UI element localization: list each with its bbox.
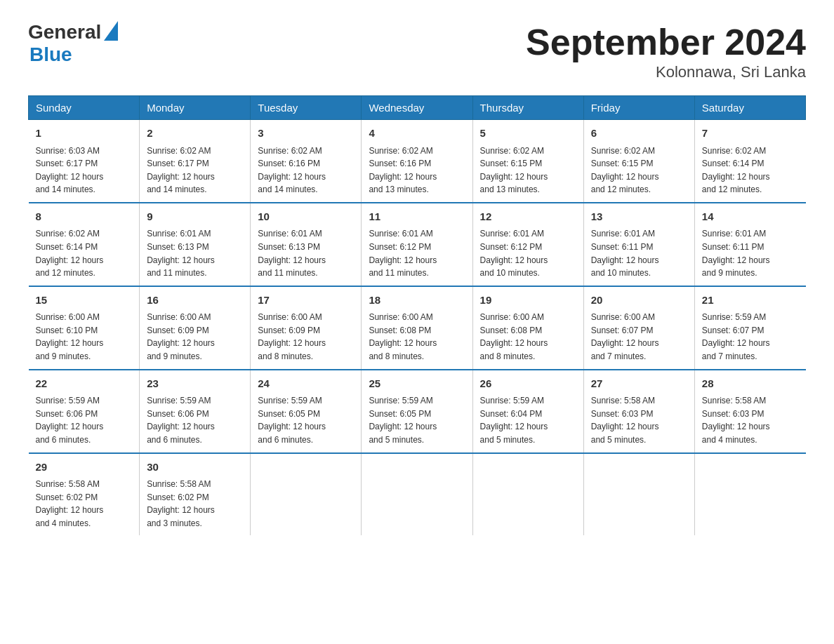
cell-info: Sunrise: 6:02 AMSunset: 6:14 PMDaylight:… bbox=[36, 227, 133, 279]
day-number: 25 bbox=[369, 376, 465, 392]
calendar-cell: 7Sunrise: 6:02 AMSunset: 6:14 PMDaylight… bbox=[694, 120, 805, 203]
logo: General Blue bbox=[28, 21, 118, 66]
day-number: 27 bbox=[591, 376, 687, 392]
header-thursday: Thursday bbox=[472, 96, 583, 120]
cell-info: Sunrise: 6:00 AMSunset: 6:08 PMDaylight:… bbox=[369, 311, 465, 363]
cell-info: Sunrise: 6:00 AMSunset: 6:09 PMDaylight:… bbox=[258, 311, 354, 363]
calendar-cell: 18Sunrise: 6:00 AMSunset: 6:08 PMDayligh… bbox=[362, 286, 472, 370]
calendar-cell: 26Sunrise: 5:59 AMSunset: 6:04 PMDayligh… bbox=[472, 370, 583, 453]
day-number: 18 bbox=[369, 293, 465, 309]
day-number: 3 bbox=[258, 126, 354, 142]
calendar-cell: 20Sunrise: 6:00 AMSunset: 6:07 PMDayligh… bbox=[583, 286, 694, 370]
header-monday: Monday bbox=[140, 96, 251, 120]
day-number: 5 bbox=[480, 126, 576, 142]
cell-info: Sunrise: 5:59 AMSunset: 6:06 PMDaylight:… bbox=[147, 394, 243, 446]
svg-marker-0 bbox=[104, 21, 118, 41]
cell-info: Sunrise: 5:58 AMSunset: 6:03 PMDaylight:… bbox=[702, 394, 799, 446]
cell-info: Sunrise: 5:59 AMSunset: 6:05 PMDaylight:… bbox=[369, 394, 465, 446]
calendar-cell bbox=[251, 453, 362, 536]
cell-info: Sunrise: 6:00 AMSunset: 6:10 PMDaylight:… bbox=[36, 311, 133, 363]
calendar-table: SundayMondayTuesdayWednesdayThursdayFrid… bbox=[28, 95, 806, 535]
month-title: September 2024 bbox=[526, 21, 806, 63]
calendar-cell: 6Sunrise: 6:02 AMSunset: 6:15 PMDaylight… bbox=[583, 120, 694, 203]
cell-info: Sunrise: 6:02 AMSunset: 6:16 PMDaylight:… bbox=[258, 145, 354, 196]
day-number: 15 bbox=[36, 293, 133, 309]
calendar-cell: 12Sunrise: 6:01 AMSunset: 6:12 PMDayligh… bbox=[472, 203, 583, 286]
calendar-cell: 23Sunrise: 5:59 AMSunset: 6:06 PMDayligh… bbox=[140, 370, 251, 453]
cell-info: Sunrise: 6:02 AMSunset: 6:16 PMDaylight:… bbox=[369, 145, 465, 196]
calendar-cell: 14Sunrise: 6:01 AMSunset: 6:11 PMDayligh… bbox=[694, 203, 805, 286]
day-number: 6 bbox=[591, 126, 687, 142]
day-number: 2 bbox=[147, 126, 243, 142]
calendar-cell: 17Sunrise: 6:00 AMSunset: 6:09 PMDayligh… bbox=[251, 286, 362, 370]
cell-info: Sunrise: 6:02 AMSunset: 6:17 PMDaylight:… bbox=[147, 145, 243, 196]
cell-info: Sunrise: 6:02 AMSunset: 6:15 PMDaylight:… bbox=[591, 145, 687, 196]
day-number: 24 bbox=[258, 376, 354, 392]
cell-info: Sunrise: 6:00 AMSunset: 6:07 PMDaylight:… bbox=[591, 311, 687, 363]
day-number: 13 bbox=[591, 209, 687, 225]
calendar-cell bbox=[694, 453, 805, 536]
day-number: 26 bbox=[480, 376, 576, 392]
logo-general: General bbox=[28, 21, 101, 43]
header-friday: Friday bbox=[583, 96, 694, 120]
calendar-week-row: 29Sunrise: 5:58 AMSunset: 6:02 PMDayligh… bbox=[29, 453, 806, 536]
header-tuesday: Tuesday bbox=[251, 96, 362, 120]
cell-info: Sunrise: 6:03 AMSunset: 6:17 PMDaylight:… bbox=[36, 145, 133, 196]
calendar-cell: 30Sunrise: 5:58 AMSunset: 6:02 PMDayligh… bbox=[140, 453, 251, 536]
calendar-header-row: SundayMondayTuesdayWednesdayThursdayFrid… bbox=[29, 96, 806, 120]
day-number: 29 bbox=[36, 459, 133, 476]
calendar-cell bbox=[472, 453, 583, 536]
day-number: 16 bbox=[147, 293, 243, 309]
calendar-cell: 3Sunrise: 6:02 AMSunset: 6:16 PMDaylight… bbox=[251, 120, 362, 203]
logo-triangle-icon bbox=[104, 21, 118, 41]
day-number: 11 bbox=[369, 209, 465, 225]
calendar-cell: 28Sunrise: 5:58 AMSunset: 6:03 PMDayligh… bbox=[694, 370, 805, 453]
calendar-week-row: 1Sunrise: 6:03 AMSunset: 6:17 PMDaylight… bbox=[29, 120, 806, 203]
cell-info: Sunrise: 6:00 AMSunset: 6:08 PMDaylight:… bbox=[480, 311, 576, 363]
cell-info: Sunrise: 5:58 AMSunset: 6:02 PMDaylight:… bbox=[147, 478, 243, 530]
calendar-cell: 16Sunrise: 6:00 AMSunset: 6:09 PMDayligh… bbox=[140, 286, 251, 370]
calendar-cell: 5Sunrise: 6:02 AMSunset: 6:15 PMDaylight… bbox=[472, 120, 583, 203]
calendar-cell: 15Sunrise: 6:00 AMSunset: 6:10 PMDayligh… bbox=[29, 286, 140, 370]
calendar-cell: 29Sunrise: 5:58 AMSunset: 6:02 PMDayligh… bbox=[29, 453, 140, 536]
calendar-cell: 25Sunrise: 5:59 AMSunset: 6:05 PMDayligh… bbox=[362, 370, 472, 453]
day-number: 4 bbox=[369, 126, 465, 142]
calendar-cell: 13Sunrise: 6:01 AMSunset: 6:11 PMDayligh… bbox=[583, 203, 694, 286]
cell-info: Sunrise: 5:59 AMSunset: 6:07 PMDaylight:… bbox=[702, 311, 799, 363]
calendar-cell: 9Sunrise: 6:01 AMSunset: 6:13 PMDaylight… bbox=[140, 203, 251, 286]
day-number: 1 bbox=[36, 126, 133, 142]
calendar-cell bbox=[583, 453, 694, 536]
header-wednesday: Wednesday bbox=[362, 96, 472, 120]
calendar-cell: 10Sunrise: 6:01 AMSunset: 6:13 PMDayligh… bbox=[251, 203, 362, 286]
cell-info: Sunrise: 6:01 AMSunset: 6:12 PMDaylight:… bbox=[480, 227, 576, 279]
logo-blue: Blue bbox=[29, 43, 118, 66]
day-number: 22 bbox=[36, 376, 133, 392]
calendar-cell bbox=[362, 453, 472, 536]
title-area: September 2024 Kolonnawa, Sri Lanka bbox=[526, 21, 806, 81]
cell-info: Sunrise: 6:01 AMSunset: 6:13 PMDaylight:… bbox=[258, 227, 354, 279]
header-saturday: Saturday bbox=[694, 96, 805, 120]
page-header: General Blue September 2024 Kolonnawa, S… bbox=[28, 21, 806, 81]
calendar-cell: 11Sunrise: 6:01 AMSunset: 6:12 PMDayligh… bbox=[362, 203, 472, 286]
day-number: 14 bbox=[702, 209, 799, 225]
day-number: 19 bbox=[480, 293, 576, 309]
calendar-week-row: 8Sunrise: 6:02 AMSunset: 6:14 PMDaylight… bbox=[29, 203, 806, 286]
calendar-cell: 27Sunrise: 5:58 AMSunset: 6:03 PMDayligh… bbox=[583, 370, 694, 453]
day-number: 12 bbox=[480, 209, 576, 225]
calendar-cell: 8Sunrise: 6:02 AMSunset: 6:14 PMDaylight… bbox=[29, 203, 140, 286]
cell-info: Sunrise: 6:02 AMSunset: 6:15 PMDaylight:… bbox=[480, 145, 576, 196]
day-number: 20 bbox=[591, 293, 687, 309]
cell-info: Sunrise: 5:58 AMSunset: 6:03 PMDaylight:… bbox=[591, 394, 687, 446]
day-number: 8 bbox=[36, 209, 133, 225]
cell-info: Sunrise: 6:01 AMSunset: 6:12 PMDaylight:… bbox=[369, 227, 465, 279]
cell-info: Sunrise: 6:01 AMSunset: 6:11 PMDaylight:… bbox=[591, 227, 687, 279]
cell-info: Sunrise: 6:00 AMSunset: 6:09 PMDaylight:… bbox=[147, 311, 243, 363]
cell-info: Sunrise: 5:58 AMSunset: 6:02 PMDaylight:… bbox=[36, 478, 133, 530]
calendar-cell: 1Sunrise: 6:03 AMSunset: 6:17 PMDaylight… bbox=[29, 120, 140, 203]
calendar-cell: 19Sunrise: 6:00 AMSunset: 6:08 PMDayligh… bbox=[472, 286, 583, 370]
day-number: 7 bbox=[702, 126, 799, 142]
day-number: 9 bbox=[147, 209, 243, 225]
day-number: 21 bbox=[702, 293, 799, 309]
calendar-cell: 2Sunrise: 6:02 AMSunset: 6:17 PMDaylight… bbox=[140, 120, 251, 203]
calendar-cell: 24Sunrise: 5:59 AMSunset: 6:05 PMDayligh… bbox=[251, 370, 362, 453]
